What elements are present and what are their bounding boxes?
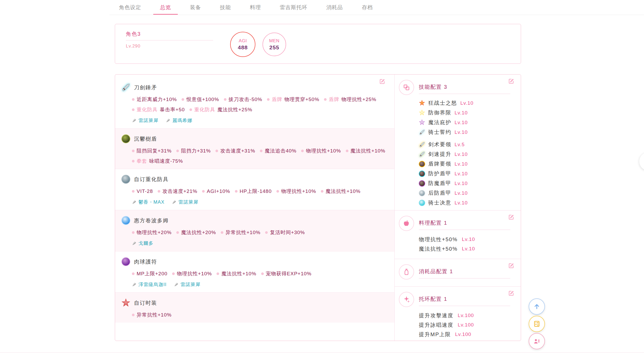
- stat-item: 盾牌物理抗性+25%: [324, 96, 376, 103]
- crystal-tag[interactable]: 鬱香・MAX: [132, 199, 164, 205]
- skill-name: 剑速提升: [428, 151, 451, 158]
- stat-label: AGI: [239, 38, 247, 44]
- stat-item: 宠物获得EXP+10%: [261, 270, 312, 277]
- skill-level: Lv.10: [455, 190, 468, 196]
- ring-item: 提升攻擊速度Lv.100: [419, 311, 521, 320]
- crystal-name: 雷諾萊犀: [138, 117, 158, 124]
- crystal-name: 雷諾萊犀: [178, 199, 198, 205]
- skill-item: 剑速提升Lv.10: [419, 149, 521, 159]
- section-edit-button[interactable]: [507, 262, 515, 270]
- equipment-name: 自订重化防具: [134, 176, 169, 183]
- crystal-tag[interactable]: 戈爾多: [132, 240, 153, 246]
- section-consumable-config: 消耗品配置 1: [395, 259, 521, 286]
- section-food-config: 料理配置 1物理抗性+50%Lv.10魔法抗性+50%Lv.10: [395, 210, 521, 259]
- skill-icon: [419, 141, 425, 148]
- tab-registlet[interactable]: 雷吉斯托环: [272, 0, 315, 15]
- fab-person-list-button[interactable]: [529, 333, 545, 349]
- equipment-item-armor: 自订重化防具VIT-28攻击速度+21%AGI+10%HP上限-1480物理抗性…: [115, 169, 394, 210]
- equipment-title: 惠方卷波多姆: [121, 216, 387, 225]
- equipment-stats: 阻挡回复+31%阻挡力+31%攻击速度+31%魔法追击40%物理抗性+10%魔法…: [132, 147, 387, 165]
- apple-icon: [399, 216, 414, 231]
- stat-label: MEN: [269, 38, 279, 44]
- stat-item: 攻击速度+21%: [158, 188, 197, 195]
- crystal-name: 鬱香・MAX: [138, 199, 164, 205]
- crystal-icon: [132, 241, 137, 246]
- stat-prefix: 盾牌: [329, 96, 339, 103]
- character-card: 角色3 Lv.290 AGI488MEN255: [115, 24, 521, 64]
- bullet-dot-icon: [176, 150, 179, 152]
- tab-equipment[interactable]: 装备: [182, 0, 209, 15]
- stat-text: 物理抗性+10%: [281, 188, 316, 195]
- equipment-item-shield: 沉鬱樹盾阻挡回复+31%阻挡力+31%攻击速度+31%魔法追击40%物理抗性+1…: [115, 128, 394, 169]
- calculator-icon: [533, 320, 540, 328]
- equipment-title: 刀劍錘矛: [121, 83, 387, 92]
- bullet-dot-icon: [346, 150, 348, 152]
- tab-save[interactable]: 存档: [354, 0, 381, 15]
- crystal-tag[interactable]: 雷諾萊犀: [132, 117, 158, 124]
- skill-level: Lv.10: [455, 200, 468, 206]
- section-edit-button[interactable]: [507, 214, 515, 222]
- bullet-dot-icon: [132, 272, 135, 275]
- stat-text: 恨意值+100%: [186, 96, 219, 103]
- crystal-tag[interactable]: 雷諾萊犀: [174, 281, 200, 288]
- edge-floating-button[interactable]: [639, 152, 644, 171]
- bullet-dot-icon: [132, 314, 135, 316]
- equipment-edit-button[interactable]: [378, 78, 386, 86]
- bullet-dot-icon: [176, 231, 179, 234]
- stat-item: 拔刀攻击-50%: [224, 96, 262, 103]
- stat-text: 物理抗性+10%: [306, 147, 341, 154]
- crystal-tag[interactable]: 雷諾萊犀: [172, 199, 198, 205]
- skill-name: 剑术要领: [428, 141, 451, 148]
- crystal-tags: 雷諾萊犀麗瑪希娜: [132, 117, 387, 124]
- crystal-name: 雷諾萊犀: [181, 281, 200, 288]
- skill-icon: [419, 100, 425, 106]
- tab-overview[interactable]: 总览: [152, 0, 179, 15]
- crystal-icon: [132, 200, 137, 204]
- crystal-name: 戈爾多: [138, 240, 153, 246]
- tab-character-settings[interactable]: 角色设定: [111, 0, 149, 15]
- crystal-tags: 戈爾多: [132, 240, 387, 246]
- crystal-tags: 澤雷薩烏迦II雷諾萊犀: [132, 281, 387, 288]
- crystal-tag[interactable]: 麗瑪希娜: [166, 117, 192, 124]
- section-edit-button[interactable]: [507, 78, 515, 86]
- tab-skills[interactable]: 技能: [212, 0, 239, 15]
- stat-circle-men: MEN255: [262, 33, 286, 56]
- tab-consumables[interactable]: 消耗品: [318, 0, 351, 15]
- stat-text: 暴击率+50: [160, 106, 185, 113]
- ring-level: Lv.100: [458, 322, 474, 328]
- stat-item: 近距离威力+10%: [132, 96, 177, 103]
- stat-text: 阻挡力+31%: [181, 147, 211, 154]
- fab-arrow-up-button[interactable]: [529, 298, 545, 315]
- bottle-icon: [399, 264, 414, 280]
- stat-item: MP上限+200: [132, 270, 167, 277]
- stat-text: 魔法抗性+20%: [181, 229, 216, 236]
- section-edit-button[interactable]: [507, 290, 515, 298]
- tab-food[interactable]: 料理: [242, 0, 269, 15]
- stat-item: 攻击速度+31%: [215, 147, 255, 154]
- stat-item: 魔法抗性+10%: [346, 147, 385, 154]
- bullet-dot-icon: [172, 272, 175, 275]
- stat-text: 攻击速度+21%: [162, 188, 197, 195]
- ring-level: Lv.100: [458, 313, 474, 318]
- crystal-tag[interactable]: 澤雷薩烏迦II: [132, 281, 167, 288]
- arrow-up-icon: [533, 303, 540, 310]
- section-title: 托环配置 1: [419, 296, 510, 306]
- skill-name: 骑士誓约: [428, 129, 451, 136]
- skill-name: 防护盾甲: [428, 170, 451, 177]
- equipment-item-special: 肉球護符MP上限+200物理抗性+10%魔法抗性+10%宠物获得EXP+10%澤…: [115, 251, 394, 292]
- equipment-item-weapon: 刀劍錘矛近距离威力+10%恨意值+100%拔刀攻击-50%盾牌物理贯穿+50%盾…: [115, 75, 394, 128]
- skill-level: Lv.10: [455, 110, 468, 116]
- character-name-input[interactable]: 角色3: [126, 30, 213, 40]
- stat-text: 阻挡回复+31%: [137, 147, 172, 154]
- skill-name: 盾牌要领: [428, 160, 451, 167]
- bullet-dot-icon: [217, 272, 219, 275]
- stat-text: 魔法抗性+25%: [217, 106, 252, 113]
- ring-list: 提升攻擊速度Lv.100提升詠唱速度Lv.100提升MP上限Lv.100: [419, 311, 521, 339]
- stat-text: 物理抗性+10%: [177, 270, 212, 277]
- bullet-dot-icon: [265, 231, 268, 234]
- stat-item: 异常抗性+10%: [221, 229, 260, 236]
- skill-level: Lv.10: [460, 100, 473, 106]
- stat-text: 宠物获得EXP+10%: [266, 270, 312, 277]
- group-divider: [419, 137, 521, 140]
- fab-calculator-button[interactable]: [529, 316, 545, 332]
